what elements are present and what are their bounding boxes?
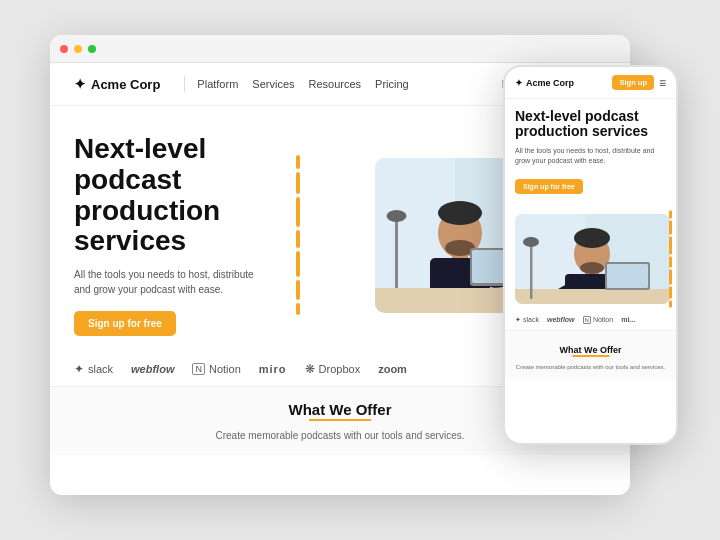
mobile-menu-icon[interactable]: ≡ — [659, 76, 666, 90]
scene: ✦ Acme Corp Platform Services Resources … — [0, 0, 720, 540]
mobile-logo: ✦ Acme Corp — [515, 78, 612, 88]
mobile-hero-title: Next-level podcast production services — [515, 109, 666, 140]
svg-rect-24 — [607, 264, 648, 288]
mobile-logo-notion: N Notion — [583, 316, 614, 324]
svg-point-10 — [387, 210, 407, 222]
mobile-logo-miro: mi... — [621, 316, 635, 323]
wave-bar — [296, 303, 300, 315]
svg-point-5 — [438, 201, 482, 225]
nav-services[interactable]: Services — [252, 78, 294, 90]
mobile-image-area — [515, 214, 666, 304]
wave-bar — [296, 280, 300, 300]
svg-rect-22 — [515, 289, 670, 304]
browser-dot-green — [88, 45, 96, 53]
mobile-wave-right — [669, 210, 672, 307]
mobile-wave-bar — [669, 286, 672, 298]
mobile-logos-section: ✦ slack webflow N Notion mi... — [505, 310, 676, 330]
mobile-navbar: ✦ Acme Corp Sign up ≡ — [505, 67, 676, 99]
mobile-wave-bar — [669, 300, 672, 307]
hero-text: Next-level podcast production services A… — [74, 134, 294, 336]
logo-miro: miro — [259, 363, 287, 375]
wave-bar — [296, 251, 300, 277]
logo-dropbox: ❋ Dropbox — [305, 362, 361, 376]
svg-rect-9 — [395, 218, 398, 298]
logo-text: Acme Corp — [91, 77, 160, 92]
mobile-hero-cta-button[interactable]: Sign up for free — [515, 179, 583, 194]
mobile-wave-bar — [669, 210, 672, 218]
mobile-signup-button[interactable]: Sign up — [612, 75, 654, 90]
hero-title: Next-level podcast production services — [74, 134, 294, 257]
browser-dot-red — [60, 45, 68, 53]
nav-pricing[interactable]: Pricing — [375, 78, 409, 90]
mobile-offer-subtitle: Create memorable podcasts with our tools… — [515, 363, 666, 371]
mobile-wave-bar — [669, 256, 672, 267]
offer-title: What We Offer — [288, 401, 391, 418]
mobile-hero-subtitle: All the tools you needs to host, distrib… — [515, 146, 666, 167]
wave-bar — [296, 155, 300, 169]
wave-bar — [296, 172, 300, 194]
mobile-wave-bar — [669, 236, 672, 254]
mobile-logo-slack: ✦ slack — [515, 316, 539, 324]
mobile-mockup: ✦ Acme Corp Sign up ≡ Next-level podcast… — [503, 65, 678, 445]
nav-divider — [184, 76, 185, 92]
mobile-logo-text: Acme Corp — [526, 78, 574, 88]
logo-slack: ✦ slack — [74, 362, 113, 376]
wave-bar — [296, 230, 300, 248]
browser-dot-yellow — [74, 45, 82, 53]
logo-icon: ✦ — [74, 76, 86, 92]
mobile-offer-section: What We Offer Create memorable podcasts … — [505, 330, 676, 379]
svg-point-19 — [574, 228, 610, 248]
svg-rect-25 — [530, 244, 533, 299]
nav-links: Platform Services Resources Pricing — [197, 78, 501, 90]
logo-notion: N Notion — [192, 363, 240, 375]
mobile-wave-bar — [669, 220, 672, 234]
wave-bar — [296, 197, 300, 227]
hero-subtitle: All the tools you needs to host, distrib… — [74, 267, 254, 297]
nav-resources[interactable]: Resources — [309, 78, 362, 90]
wave-left — [296, 155, 300, 315]
desktop-logo: ✦ Acme Corp — [74, 76, 160, 92]
svg-point-20 — [580, 262, 604, 274]
mobile-hero: Next-level podcast production services A… — [505, 99, 676, 208]
mobile-wave-bar — [669, 269, 672, 284]
logo-webflow: webflow — [131, 363, 174, 375]
logo-zoom: zoom — [378, 363, 407, 375]
nav-platform[interactable]: Platform — [197, 78, 238, 90]
browser-bar — [50, 35, 630, 63]
mobile-hero-image — [515, 214, 670, 304]
mobile-offer-title: What We Offer — [560, 345, 622, 355]
mobile-logo-icon: ✦ — [515, 78, 523, 88]
hero-cta-button[interactable]: Sign up for free — [74, 311, 176, 336]
mobile-logo-webflow: webflow — [547, 316, 575, 323]
svg-point-26 — [523, 237, 539, 247]
